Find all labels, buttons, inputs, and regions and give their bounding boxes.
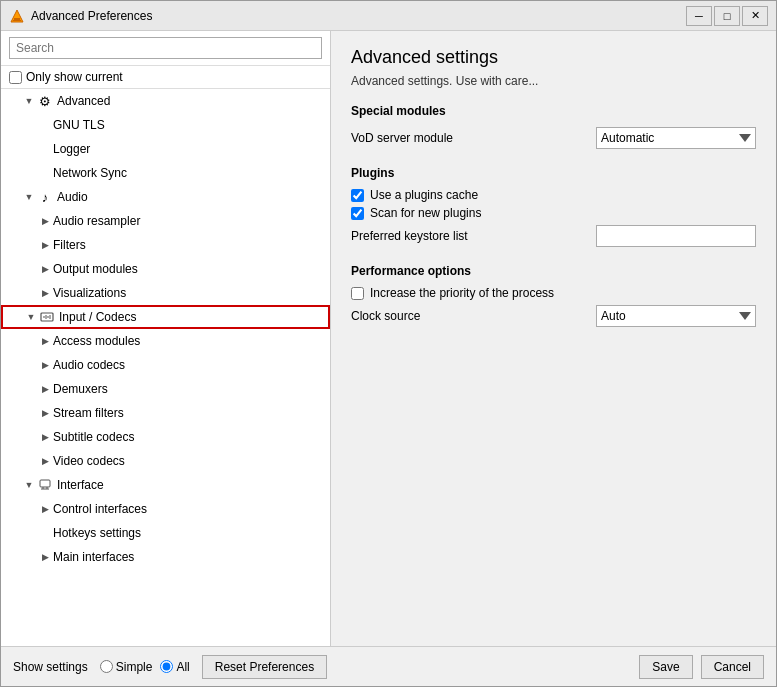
close-button[interactable]: ✕ <box>742 6 768 26</box>
tree-label-visualizations: Visualizations <box>53 286 126 300</box>
show-current-label: Only show current <box>26 70 123 84</box>
main-content: Only show current ⚙ Advanced GNU TLS Log… <box>1 31 776 646</box>
tree-label-audio: Audio <box>57 190 88 204</box>
note-icon: ♪ <box>37 189 53 205</box>
expand-arrow-maininterfaces <box>37 549 53 565</box>
tree-item-audioresampler[interactable]: Audio resampler <box>1 209 330 233</box>
tree-item-streamfilters[interactable]: Stream filters <box>1 401 330 425</box>
tree-item-subtitlecodecs[interactable]: Subtitle codecs <box>1 425 330 449</box>
priority-checkbox[interactable] <box>351 287 364 300</box>
section-plugins: Plugins Use a plugins cache Scan for new… <box>351 166 756 248</box>
vod-dropdown[interactable]: Automatic None <box>596 127 756 149</box>
tree-item-interface[interactable]: Interface <box>1 473 330 497</box>
search-input[interactable] <box>9 37 322 59</box>
panel-subtitle: Advanced settings. Use with care... <box>351 74 756 88</box>
show-current-row: Only show current <box>1 66 330 89</box>
expand-arrow-audiocodecs <box>37 357 53 373</box>
simple-radio[interactable] <box>100 660 113 673</box>
expand-arrow-interface <box>21 477 37 493</box>
section-performance: Performance options Increase the priorit… <box>351 264 756 328</box>
cancel-button[interactable]: Cancel <box>701 655 764 679</box>
vod-label: VoD server module <box>351 131 588 145</box>
tree-label-maininterfaces: Main interfaces <box>53 550 134 564</box>
expand-arrow-filters <box>37 237 53 253</box>
tree-item-maininterfaces[interactable]: Main interfaces <box>1 545 330 569</box>
vlc-icon <box>9 8 25 24</box>
tree-label-subtitlecodecs: Subtitle codecs <box>53 430 134 444</box>
tree-label-audiocodecs: Audio codecs <box>53 358 125 372</box>
tree-item-outputmodules[interactable]: Output modules <box>1 257 330 281</box>
tree-label-filters: Filters <box>53 238 86 252</box>
simple-label: Simple <box>116 660 153 674</box>
expand-arrow-audio <box>21 189 37 205</box>
expand-arrow-streamfilters <box>37 405 53 421</box>
clock-source-row: Clock source Auto Default <box>351 304 756 328</box>
tree-item-visualizations[interactable]: Visualizations <box>1 281 330 305</box>
tree-label-logger: Logger <box>53 142 90 156</box>
tree-item-inputcodecs[interactable]: Input / Codecs <box>1 305 330 329</box>
scan-plugins-row: Scan for new plugins <box>351 206 756 220</box>
plugins-cache-row: Use a plugins cache <box>351 188 756 202</box>
window-title: Advanced Preferences <box>31 9 686 23</box>
tree-item-audiocodecs[interactable]: Audio codecs <box>1 353 330 377</box>
vod-server-row: VoD server module Automatic None <box>351 126 756 150</box>
maximize-button[interactable]: □ <box>714 6 740 26</box>
tree-label-demuxers: Demuxers <box>53 382 108 396</box>
tree-item-audio[interactable]: ♪ Audio <box>1 185 330 209</box>
expand-arrow-inputcodecs <box>23 309 39 325</box>
tree-item-accessmodules[interactable]: Access modules <box>1 329 330 353</box>
all-radio[interactable] <box>160 660 173 673</box>
tree-label-streamfilters: Stream filters <box>53 406 124 420</box>
section-special-modules: Special modules VoD server module Automa… <box>351 104 756 150</box>
tree-item-hotkeys[interactable]: Hotkeys settings <box>1 521 330 545</box>
tree-label-controlinterfaces: Control interfaces <box>53 502 147 516</box>
expand-arrow-controlinterfaces <box>37 501 53 517</box>
scan-plugins-checkbox[interactable] <box>351 207 364 220</box>
expand-arrow-demuxers <box>37 381 53 397</box>
simple-option: Simple <box>100 660 153 674</box>
svg-rect-2 <box>13 20 21 21</box>
expand-arrow-subtitlecodecs <box>37 429 53 445</box>
tree-label-audioresampler: Audio resampler <box>53 214 140 228</box>
expand-arrow-advanced <box>21 93 37 109</box>
tree-item-advanced[interactable]: ⚙ Advanced <box>1 89 330 113</box>
reset-button[interactable]: Reset Preferences <box>202 655 327 679</box>
section-title-performance: Performance options <box>351 264 756 278</box>
save-button[interactable]: Save <box>639 655 692 679</box>
tree-item-demuxers[interactable]: Demuxers <box>1 377 330 401</box>
tree-item-controlinterfaces[interactable]: Control interfaces <box>1 497 330 521</box>
show-settings-label: Show settings <box>13 660 88 674</box>
show-current-checkbox[interactable] <box>9 71 22 84</box>
minimize-button[interactable]: ─ <box>686 6 712 26</box>
expand-arrow-outputmodules <box>37 261 53 277</box>
bottom-right: Save Cancel <box>639 655 764 679</box>
tree-item-videocodecs[interactable]: Video codecs <box>1 449 330 473</box>
svg-rect-3 <box>41 313 53 321</box>
svg-rect-8 <box>40 480 50 487</box>
keystore-row: Preferred keystore list <box>351 224 756 248</box>
tree-label-accessmodules: Access modules <box>53 334 140 348</box>
tree-item-gnutls[interactable]: GNU TLS <box>1 113 330 137</box>
vod-dropdown-wrapper: Automatic None <box>596 127 756 149</box>
radio-group: Simple All <box>100 660 190 674</box>
codec-icon <box>39 309 55 325</box>
sidebar: Only show current ⚙ Advanced GNU TLS Log… <box>1 31 331 646</box>
bottom-bar: Show settings Simple All Reset Preferenc… <box>1 646 776 686</box>
title-bar: Advanced Preferences ─ □ ✕ <box>1 1 776 31</box>
svg-rect-1 <box>14 18 20 20</box>
keystore-input[interactable] <box>596 225 756 247</box>
tree-item-logger[interactable]: Logger <box>1 137 330 161</box>
tree-label-gnutls: GNU TLS <box>53 118 105 132</box>
clock-dropdown[interactable]: Auto Default <box>596 305 756 327</box>
plugins-cache-label: Use a plugins cache <box>370 188 478 202</box>
plugins-cache-checkbox[interactable] <box>351 189 364 202</box>
tree-container[interactable]: ⚙ Advanced GNU TLS Logger Network Sync <box>1 89 330 646</box>
tree-label-videocodecs: Video codecs <box>53 454 125 468</box>
scan-plugins-label: Scan for new plugins <box>370 206 481 220</box>
expand-arrow-videocodecs <box>37 453 53 469</box>
clock-dropdown-wrapper: Auto Default <box>596 305 756 327</box>
all-option: All <box>160 660 189 674</box>
tree-label-outputmodules: Output modules <box>53 262 138 276</box>
tree-item-filters[interactable]: Filters <box>1 233 330 257</box>
tree-item-networksync[interactable]: Network Sync <box>1 161 330 185</box>
